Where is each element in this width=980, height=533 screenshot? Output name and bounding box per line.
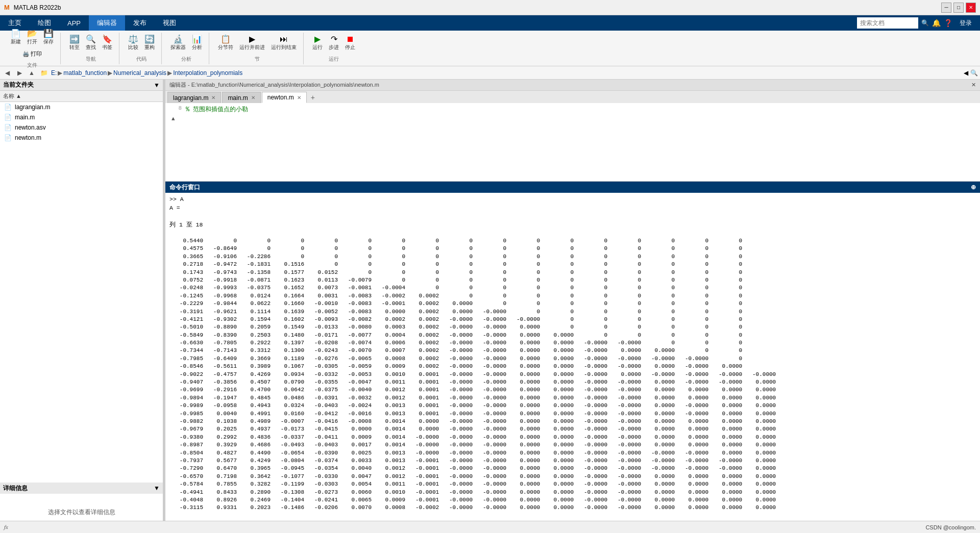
toolbar-group-analysis: 🔬探索器 📊分析 分析 xyxy=(164,33,209,64)
file-browser-collapse[interactable]: ▼ xyxy=(154,82,160,89)
menu-item-app[interactable]: APP xyxy=(59,15,89,31)
editor-title-bar: 编辑器 - E:\matlab_function\Numerical_analy… xyxy=(165,80,980,91)
section-break-button[interactable]: 📋分节符 xyxy=(215,34,236,53)
run-to-end-button[interactable]: ⏭运行到结束 xyxy=(268,34,299,53)
maximize-button[interactable]: □ xyxy=(953,3,964,13)
search-input[interactable] xyxy=(857,17,918,29)
tab-label-lagrangian: lagrangian.m xyxy=(173,94,208,101)
code-group-label: 代码 xyxy=(136,56,146,63)
refactor-button[interactable]: 🔄重构 xyxy=(142,34,157,53)
matrix-subtitle: 列 1 至 18 xyxy=(169,221,976,229)
address-bar: ◀ ▶ ▲ 📁 E: ▶ matlab_function ▶ Numerical… xyxy=(0,66,980,80)
matrix-row: -0.7290 0.6470 0.3965 -0.0945 -0.0354 0.… xyxy=(169,465,976,472)
up-button[interactable]: ▲ xyxy=(27,68,37,78)
title-bar: M MATLAB R2022b ─ □ ✕ xyxy=(0,0,980,15)
minimize-button[interactable]: ─ xyxy=(941,3,951,13)
scroll-up-icon[interactable]: ▲ xyxy=(172,116,175,122)
compare-button[interactable]: ⚖️比较 xyxy=(126,34,141,53)
menu-item-editor[interactable]: 编辑器 xyxy=(89,15,125,31)
menu-item-view[interactable]: 视图 xyxy=(155,15,184,31)
tab-newton[interactable]: newton.m ✕ xyxy=(262,92,307,103)
menu-bar: 主页 绘图 APP 编辑器 发布 视图 🔍 🔔 ❓ 登录 xyxy=(0,15,980,31)
bookmark-button[interactable]: 🔖书签 xyxy=(100,34,115,53)
file-icon-lagrangian: 📄 xyxy=(4,104,12,111)
addr-seg-interpolation[interactable]: Interpolation_polynomials xyxy=(173,69,242,77)
tab-close-newton[interactable]: ✕ xyxy=(297,95,301,100)
tab-close-lagrangian[interactable]: ✕ xyxy=(211,95,215,100)
stop-button[interactable]: ⏹停止 xyxy=(342,34,358,53)
menu-item-publish[interactable]: 发布 xyxy=(125,15,155,31)
matrix-row: -0.6630 -0.7805 0.2922 0.1397 -0.0208 -0… xyxy=(169,339,976,347)
cmd-title: 命令行窗口 xyxy=(169,183,200,192)
status-left: 𝑓𝑥 xyxy=(4,524,8,530)
explorer-button[interactable]: 🔬探索器 xyxy=(168,34,188,53)
matrix-row: 0.2718 -0.9472 -0.1831 0.1516 0 0 0 0 0 … xyxy=(169,261,976,268)
editor-title-text: 编辑器 - E:\matlab_function\Numerical_analy… xyxy=(169,81,379,89)
search-icon[interactable]: 🔍 xyxy=(921,19,929,27)
save-button[interactable]: 💾保存 xyxy=(41,28,56,47)
details-title: 详细信息 xyxy=(3,484,28,493)
matrix-row: -0.3191 -0.9621 0.1114 0.1639 -0.0052 -0… xyxy=(169,308,976,316)
editor-tabs: lagrangian.m ✕ main.m ✕ newton.m ✕ + xyxy=(165,91,980,103)
matrix-row: -0.0248 -0.9993 -0.0375 0.1652 0.0073 -0… xyxy=(169,284,976,292)
new-button[interactable]: 📄新建 xyxy=(8,28,23,47)
analysis-group-label: 分析 xyxy=(181,56,191,63)
tab-close-main[interactable]: ✕ xyxy=(251,95,255,100)
menu-search-area: 🔍 🔔 ❓ 登录 xyxy=(853,15,980,31)
print-button[interactable]: 🖨️打印 xyxy=(20,49,44,59)
analyze-button[interactable]: 📊分析 xyxy=(189,34,205,53)
tab-add-button[interactable]: + xyxy=(308,92,318,103)
back-button[interactable]: ◀ xyxy=(2,68,12,78)
right-panel: 编辑器 - E:\matlab_function\Numerical_analy… xyxy=(165,80,980,521)
editor-close-icon[interactable]: ✕ xyxy=(971,82,976,88)
editor-scroll-indicator: ▲ xyxy=(169,116,976,122)
login-button[interactable]: 登录 xyxy=(955,19,976,28)
file-item-newton-asv[interactable]: 📄 newton.asv xyxy=(0,122,163,133)
cmd-expand-icon[interactable]: ⊕ xyxy=(971,184,976,191)
help-icon[interactable]: ❓ xyxy=(944,19,952,27)
editor-content[interactable]: 8 % 范围和插值点的小勒 ▲ xyxy=(165,103,980,181)
details-header[interactable]: 详细信息 ▼ xyxy=(0,483,163,494)
addr-sep-3: ▶ xyxy=(167,69,172,77)
file-list-header: 名称 ▲ xyxy=(0,91,163,102)
address-path: E: ▶ matlab_function ▶ Numerical_analysi… xyxy=(51,69,242,77)
file-item-main[interactable]: 📄 main.m xyxy=(0,112,163,122)
addr-collapse-icon[interactable]: ◀ xyxy=(964,69,968,77)
tab-main[interactable]: main.m ✕ xyxy=(222,92,260,103)
matrix-row: -0.9985 0.0040 0.4991 0.0160 -0.0412 -0.… xyxy=(169,410,976,418)
tab-lagrangian[interactable]: lagrangian.m ✕ xyxy=(167,92,221,103)
find-button[interactable]: 🔍查找 xyxy=(83,34,99,53)
run-group-label: 运行 xyxy=(329,56,339,63)
goto-button[interactable]: ➡️转至 xyxy=(67,34,82,53)
run-advance-button[interactable]: ▶运行并前进 xyxy=(237,34,267,53)
title-bar-controls[interactable]: ─ □ ✕ xyxy=(941,3,976,13)
notification-icon[interactable]: 🔔 xyxy=(932,19,941,27)
forward-button[interactable]: ▶ xyxy=(14,68,24,78)
addr-seg-e[interactable]: E: xyxy=(51,69,57,77)
folder-icon[interactable]: 📁 xyxy=(39,68,49,78)
section-group-label: 节 xyxy=(255,56,260,63)
main-layout: 当前文件夹 ▼ 名称 ▲ 📄 lagrangian.m 📄 main.m 📄 n… xyxy=(0,80,980,521)
file-item-lagrangian[interactable]: 📄 lagrangian.m xyxy=(0,102,163,112)
addr-seg-numerical[interactable]: Numerical_analysis xyxy=(113,69,166,77)
step-button[interactable]: ↷步进 xyxy=(326,34,341,53)
matrix-row: -0.4941 0.8433 0.2890 -0.1308 -0.0273 0.… xyxy=(169,489,976,496)
matrix-row: 0.3665 -0.9106 -0.2286 0 0 0 0 0 0 0 0 0… xyxy=(169,253,976,261)
matrix-row: -0.1245 -0.9968 0.0124 0.1664 0.0031 -0.… xyxy=(169,292,976,300)
addr-search-icon[interactable]: 🔍 xyxy=(970,69,978,77)
open-button[interactable]: 📂打开 xyxy=(24,28,40,47)
file-browser-title: 当前文件夹 xyxy=(3,81,34,89)
file-list: 📄 lagrangian.m 📄 main.m 📄 newton.asv 📄 n… xyxy=(0,102,163,483)
matrix-row: -0.9679 0.2025 0.4937 -0.0173 -0.0415 0.… xyxy=(169,425,976,433)
addr-seg-matlab[interactable]: matlab_function xyxy=(63,69,107,77)
file-item-newton-m[interactable]: 📄 newton.m xyxy=(0,133,163,143)
toolbar-row-code: ⚖️比较 🔄重构 xyxy=(126,34,157,53)
matrix-row: 0.5440 0 0 0 0 0 0 0 0 0 0 0 0 0 0 0 0 xyxy=(169,237,976,245)
close-button[interactable]: ✕ xyxy=(966,3,976,13)
run-button[interactable]: ▶运行 xyxy=(310,34,325,53)
cmd-prompt-line: >> A xyxy=(169,196,976,202)
matrix-title-text: A = xyxy=(169,205,180,211)
details-collapse-icon[interactable]: ▼ xyxy=(154,485,160,492)
cmd-content-area[interactable]: >> A A = 列 1 至 18 0.5440 0 0 0 0 0 0 xyxy=(165,193,980,521)
file-icon-newton-asv: 📄 xyxy=(4,124,12,131)
